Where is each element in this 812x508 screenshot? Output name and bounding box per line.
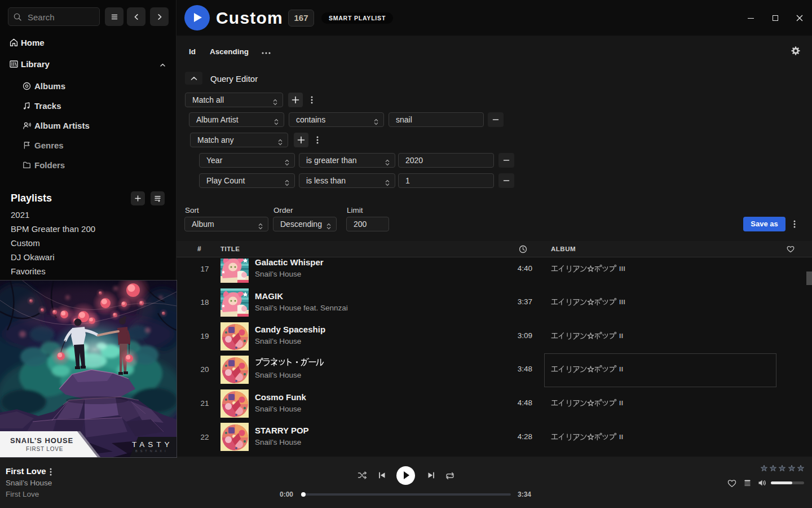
svg-text:TASTY: TASTY [132,440,173,449]
svg-text:BSTNAXI: BSTNAXI [135,449,169,453]
svg-text:SNAIL’S HOUSE: SNAIL’S HOUSE [10,436,73,445]
svg-text:FIRST LOVE: FIRST LOVE [26,446,63,452]
